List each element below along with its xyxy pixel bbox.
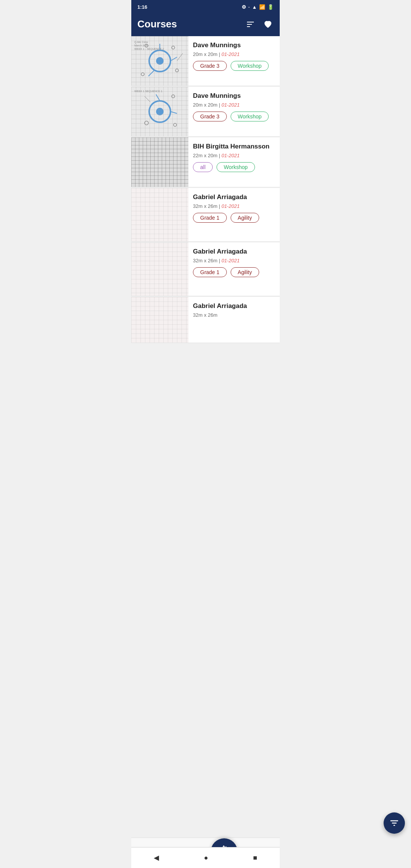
agility-tag[interactable]: Agility: [231, 213, 259, 223]
course-author: Gabriel Arriagada: [193, 193, 275, 201]
heart-icon: [264, 20, 272, 29]
favorites-button[interactable]: [262, 19, 274, 30]
course-meta: 22m x 20m | 01-2021: [193, 153, 275, 158]
course-thumbnail: [131, 243, 188, 296]
grade1-tag[interactable]: Grade 1: [193, 267, 227, 277]
course-meta: 32m x 26m: [193, 312, 275, 318]
course-thumbnail: [131, 297, 188, 343]
wifi-icon: ▲: [252, 4, 257, 10]
list-item[interactable]: Q-Me Crew March 2020 WEEK 1 - SEQUENCE 2…: [131, 36, 280, 86]
status-time: 1:16: [137, 4, 147, 10]
course-info: BIH Birgitta Hermansson 22m x 20m | 01-2…: [188, 137, 280, 187]
course-meta: 20m x 20m | 01-2021: [193, 51, 275, 57]
course-thumbnail: Q-Me Crew March 2020 WEEK 1 - SEQUENCE 2: [131, 36, 188, 86]
list-item[interactable]: Gabriel Arriagada 32m x 26m | 01-2021 Gr…: [131, 243, 280, 296]
course-author: Gabriel Arriagada: [193, 248, 275, 255]
status-bar: 1:16 ⚙ · ▲ 📶 🔋: [131, 0, 280, 14]
header-actions: [245, 19, 274, 30]
course-tags: Grade 3 Workshop: [193, 112, 275, 121]
course-meta: 32m x 26m | 01-2021: [193, 203, 275, 209]
course-meta: 32m x 26m | 01-2021: [193, 258, 275, 263]
course-author: BIH Birgitta Hermansson: [193, 143, 275, 150]
page-title: Courses: [137, 18, 177, 30]
course-tags: Grade 1 Agility: [193, 213, 275, 223]
gear-icon: ⚙: [242, 4, 246, 10]
workshop-tag[interactable]: Workshop: [231, 112, 269, 121]
course-thumbnail: [131, 188, 188, 241]
status-icons: ⚙ · ▲ 📶 🔋: [242, 4, 274, 10]
course-author: Dave Munnings: [193, 41, 275, 49]
sort-icon: [246, 20, 255, 29]
workshop-tag[interactable]: Workshop: [217, 162, 255, 172]
list-item[interactable]: WEEK 1 SEQUENCE 1 Dave Munnings 20m x 20…: [131, 87, 280, 137]
signal-icon: 📶: [259, 4, 265, 10]
course-info: Gabriel Arriagada 32m x 26m: [188, 297, 280, 343]
course-tags: all Workshop: [193, 162, 275, 172]
course-info: Gabriel Arriagada 32m x 26m | 01-2021 Gr…: [188, 188, 280, 241]
dot-icon: ·: [249, 4, 250, 10]
grade-tag[interactable]: Grade 3: [193, 112, 227, 121]
course-info: Gabriel Arriagada 32m x 26m | 01-2021 Gr…: [188, 243, 280, 296]
all-tag[interactable]: all: [193, 162, 213, 172]
course-tags: Grade 1 Agility: [193, 267, 275, 277]
page-header: Courses: [131, 14, 280, 36]
battery-icon: 🔋: [268, 4, 274, 10]
list-item[interactable]: Gabriel Arriagada 32m x 26m: [131, 297, 280, 343]
course-meta: 20m x 20m | 01-2021: [193, 102, 275, 108]
list-item[interactable]: BIH Birgitta Hermansson 22m x 20m | 01-2…: [131, 137, 280, 187]
list-item[interactable]: Gabriel Arriagada 32m x 26m | 01-2021 Gr…: [131, 188, 280, 242]
course-info: Dave Munnings 20m x 20m | 01-2021 Grade …: [188, 36, 280, 86]
course-info: Dave Munnings 20m x 20m | 01-2021 Grade …: [188, 87, 280, 136]
course-tags: Grade 3 Workshop: [193, 61, 275, 71]
grade1-tag[interactable]: Grade 1: [193, 213, 227, 223]
grade-tag[interactable]: Grade 3: [193, 61, 227, 71]
sort-button[interactable]: [245, 19, 256, 30]
course-author: Gabriel Arriagada: [193, 302, 275, 310]
agility-tag[interactable]: Agility: [231, 267, 259, 277]
workshop-tag[interactable]: Workshop: [231, 61, 269, 71]
course-thumbnail: [131, 137, 188, 187]
course-thumbnail: WEEK 1 SEQUENCE 1: [131, 87, 188, 136]
course-author: Dave Munnings: [193, 92, 275, 100]
courses-list: Q-Me Crew March 2020 WEEK 1 - SEQUENCE 2…: [131, 36, 280, 382]
